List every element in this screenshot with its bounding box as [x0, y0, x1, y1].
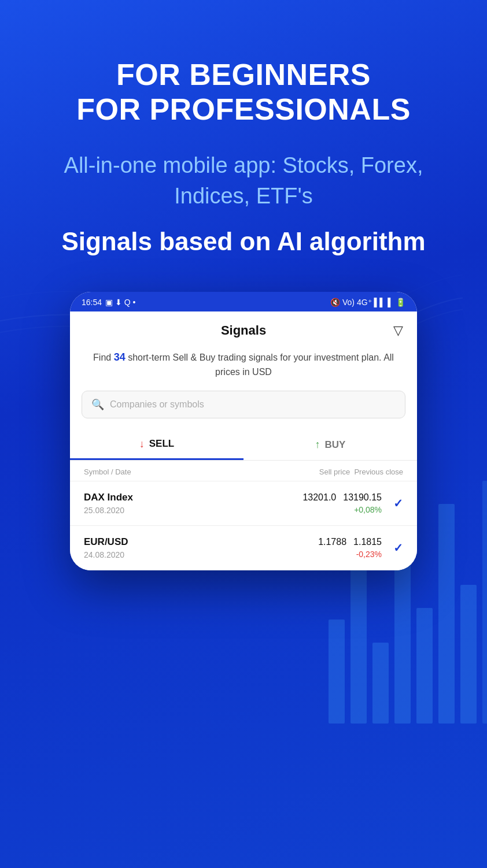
status-bar: 16:54 ▣ ⬇ Q • 🔇 Vo) 4G⁺ ▌▌ ▌ 🔋: [70, 292, 417, 311]
status-icons-right: 🔇 Vo) 4G⁺ ▌▌ ▌ 🔋: [330, 298, 405, 307]
sell-arrow-icon: ↓: [139, 438, 145, 450]
signal-date-dax: 25.08.2020: [84, 506, 302, 515]
search-bar[interactable]: 🔍 Companies or symbols: [82, 391, 405, 418]
hero-subtitle: All-in-one mobile app: Stocks, Forex, In…: [0, 150, 487, 212]
status-icons-left: ▣ ⬇ Q •: [105, 298, 135, 307]
hero-section: FOR BEGINNERS FOR PROFESSIONALS All-in-o…: [0, 0, 487, 257]
tab-sell-label: SELL: [149, 438, 174, 450]
hero-title: FOR BEGINNERS FOR PROFESSIONALS: [0, 58, 487, 127]
signal-left-dax: DAX Index 25.08.2020: [84, 492, 302, 515]
signal-right-dax: 13201.0 13190.15 +0,08% ✓: [302, 492, 403, 514]
signal-price-row-eurusd: 1.1788 1.1815: [318, 537, 382, 547]
search-placeholder: Companies or symbols: [110, 399, 204, 410]
hero-ai-text: Signals based on AI algorithm: [0, 225, 487, 257]
phone-mockup: 16:54 ▣ ⬇ Q • 🔇 Vo) 4G⁺ ▌▌ ▌ 🔋 Signals ▽…: [70, 292, 417, 570]
app-title: Signals: [221, 323, 266, 338]
phone-frame: 16:54 ▣ ⬇ Q • 🔇 Vo) 4G⁺ ▌▌ ▌ 🔋 Signals ▽…: [70, 292, 417, 570]
signal-check-dax: ✓: [393, 496, 403, 510]
signal-change-eurusd: -0,23%: [318, 550, 382, 559]
signal-prev-close-eurusd: 1.1815: [353, 537, 382, 547]
col-header-symbol: Symbol / Date: [84, 468, 131, 476]
filter-icon[interactable]: ▽: [393, 323, 403, 338]
buy-arrow-icon: ↑: [315, 439, 320, 451]
signal-prices-dax: 13201.0 13190.15 +0,08%: [302, 492, 382, 514]
tab-sell[interactable]: ↓ SELL: [70, 430, 244, 460]
signal-sell-price-dax: 13201.0: [302, 492, 336, 503]
signal-right-eurusd: 1.1788 1.1815 -0,23% ✓: [318, 537, 403, 559]
signal-date-eurusd: 24.08.2020: [84, 550, 318, 559]
signal-price-row-dax: 13201.0 13190.15: [302, 492, 382, 503]
description-text: Find 34 short-term Sell & Buy trading si…: [70, 345, 417, 391]
signal-sell-price-eurusd: 1.1788: [318, 537, 346, 547]
signal-name-dax: DAX Index: [84, 492, 302, 503]
signal-count: 34: [114, 351, 126, 363]
signal-row: DAX Index 25.08.2020 13201.0 13190.15 +0…: [70, 481, 417, 526]
signal-name-eurusd: EUR/USD: [84, 536, 318, 548]
signal-prices-eurusd: 1.1788 1.1815 -0,23%: [318, 537, 382, 559]
tab-buy[interactable]: ↑ BUY: [244, 430, 417, 460]
signal-prev-close-dax: 13190.15: [343, 492, 382, 503]
search-icon: 🔍: [91, 398, 104, 411]
signal-row-eurusd: EUR/USD 24.08.2020 1.1788 1.1815 -0,23% …: [70, 526, 417, 570]
tabs-container: ↓ SELL ↑ BUY: [70, 430, 417, 461]
status-right: 🔇 Vo) 4G⁺ ▌▌ ▌ 🔋: [330, 298, 405, 307]
col-header-prices: Sell price Previous close: [319, 468, 403, 476]
column-headers: Symbol / Date Sell price Previous close: [70, 461, 417, 481]
signal-left-eurusd: EUR/USD 24.08.2020: [84, 536, 318, 559]
status-time: 16:54: [82, 298, 102, 307]
signal-change-dax: +0,08%: [302, 505, 382, 514]
app-content: Signals ▽ Find 34 short-term Sell & Buy …: [70, 311, 417, 570]
tab-buy-label: BUY: [325, 439, 346, 451]
status-left: 16:54 ▣ ⬇ Q •: [82, 298, 136, 307]
signal-check-eurusd: ✓: [393, 541, 403, 555]
app-header: Signals ▽: [70, 311, 417, 345]
